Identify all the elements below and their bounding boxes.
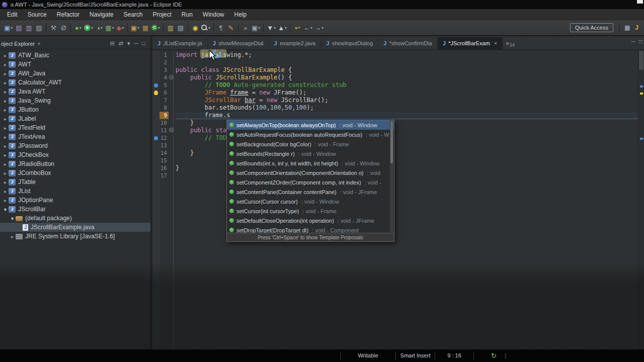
debug-button[interactable]: ●▾ [73,22,83,33]
tree-collapsed-arrow-icon[interactable]: ▸ [2,107,9,113]
tree-collapsed-arrow-icon[interactable]: ▸ [2,71,9,76]
proposal-item-setcontentpane[interactable]: setContentPane(Container contentPane): v… [227,187,394,197]
tree-item-joptionpane[interactable]: ▸JJOptionPane [0,196,150,205]
window-controls-fragment[interactable] [637,0,643,4]
tree-item-jtable[interactable]: ▸JJTable [0,177,150,187]
tree-collapsed-arrow-icon[interactable]: ▸ [2,116,9,122]
proposal-item-setdefaultcloseoperation[interactable]: setDefaultCloseOperation(int operation):… [227,216,394,225]
tree-collapsed-arrow-icon[interactable]: ▸ [2,170,9,176]
show-whitespace-button[interactable]: ¶ [216,22,226,33]
tree-collapsed-arrow-icon[interactable]: ▸ [2,179,9,185]
menu-item-source[interactable]: Source [23,10,52,20]
tree-item-java-awt[interactable]: ▸JJava AWT [0,87,150,96]
tree-item-jcheckbox[interactable]: ▸JJCheckBox [0,150,150,159]
maximize-view-icon[interactable]: □ [639,39,642,44]
collapse-all-icon[interactable]: ⊟ [110,41,115,46]
java-perspective-icon[interactable]: J [635,24,638,31]
code-line-2[interactable] [176,59,638,66]
proposal-item-setbackground[interactable]: setBackground(Color bgColor): void - Fra… [227,139,394,149]
new-wizard-button[interactable]: ▣▾ [3,22,14,33]
tab-showconfirmdia[interactable]: J*showConfirmDia [378,37,438,49]
prev-annotation-button[interactable]: ▲▾ [277,22,288,33]
annotations-button[interactable]: ▣▾ [251,22,261,33]
tab-showinputdialog[interactable]: JshowInputDialog [321,37,378,49]
proposal-item-setalwaysontop[interactable]: setAlwaysOnTop(boolean alwaysOnTop): voi… [227,120,394,130]
coverage-button[interactable]: ▦▾ [104,22,115,33]
skip-breakpoints-button[interactable]: Ø [58,22,68,33]
maximize-icon[interactable]: □ [142,41,145,46]
tree-item-java-swing[interactable]: ▸JJava_Swing [0,96,150,105]
refresh-icon[interactable]: ↻ [491,352,497,359]
tree-collapsed-arrow-icon[interactable]: ▸ [2,198,9,203]
back-button[interactable]: ←▾ [302,22,313,33]
tree-item-jre-system-library-javase-1-6[interactable]: ▸JRE System Library [JavaSE-1.6] [0,232,150,241]
format-button[interactable]: ✎ [226,22,236,33]
tree-collapsed-arrow-icon[interactable]: ▸ [2,98,9,104]
quick-access-button[interactable]: Quick Access [570,23,613,32]
javadoc-button[interactable]: ▤ [176,22,186,33]
menu-item-run[interactable]: Run [177,10,198,20]
tree-item-jpassword[interactable]: ▸JJPassword [0,141,150,150]
link-with-editor-icon[interactable]: ⇄ [119,41,123,46]
menu-item-search[interactable]: Search [118,10,147,20]
code-line-9[interactable]: frame.s [176,112,638,119]
close-icon[interactable]: × [37,41,40,47]
open-type-button[interactable]: ◉ [190,22,200,33]
tree-collapsed-arrow-icon[interactable]: ▸ [2,134,9,140]
tree-item-jtextfield[interactable]: ▸JJTextField [0,123,150,132]
code-line-3[interactable]: public class JScrollBarExample { [176,66,638,74]
tab-jscrollbarexam[interactable]: J*JScrollBarExam× [438,37,503,49]
tree-collapsed-arrow-icon[interactable]: ▸ [2,53,9,58]
tree-item-jradiobutton[interactable]: ▸JJRadioButton [0,159,150,168]
run-button[interactable]: ▾ [83,22,94,33]
popup-scrollbar[interactable] [390,121,393,232]
tree-collapsed-arrow-icon[interactable]: ▸ [2,80,9,85]
code-line-8[interactable]: bar.setBounds(100,100,50,100); [176,104,638,112]
minimize-icon[interactable]: ─ [134,41,138,46]
tree-collapsed-arrow-icon[interactable]: ▸ [2,189,9,194]
proposal-item-setcursor[interactable]: setCursor(Cursor cursor): void - Window [227,197,394,206]
tree-item-jscrollbarexample-java[interactable]: JJScrollBarExample.java [0,223,150,232]
tab-showmessagedial[interactable]: JshowMessageDial [208,37,269,49]
fold-collapse-icon[interactable] [169,128,174,132]
external-tools-button[interactable]: ◆▾ [115,22,125,33]
tree-item-awt-java[interactable]: ▸JAWt_Java [0,69,150,78]
menu-item-edit[interactable]: Edit [2,10,23,20]
proposal-item-setcomponentorientation[interactable]: setComponentOrientation(ComponentOrienta… [227,168,394,177]
overview-task-mark[interactable] [640,138,643,140]
proposal-item-setautorequestfocus[interactable]: setAutoRequestFocus(boolean autoRequestF… [227,130,394,139]
tree-collapsed-arrow-icon[interactable]: ▸ [9,234,16,239]
code-line-6[interactable]: JFrame frame = new JFrame(); [176,89,638,97]
new-class-button[interactable]: C▾ [150,22,161,33]
fold-collapse-icon[interactable] [169,75,174,79]
code-line-1[interactable]: import javax.swing.*; [176,51,638,59]
tree-collapsed-arrow-icon[interactable]: ▸ [2,161,9,167]
popup-scrollbar-thumb[interactable] [390,121,393,163]
overview-task-mark[interactable] [640,85,643,87]
open-perspective-icon[interactable]: ▦ [624,24,630,31]
jar-export-button[interactable]: ▥ [166,22,176,33]
next-annotation-button[interactable]: ▼▾ [266,22,277,33]
tree-collapsed-arrow-icon[interactable]: ▸ [2,125,9,131]
print-button[interactable]: ▨ [34,22,44,33]
save-all-button[interactable]: ▥ [24,22,34,33]
tree-item-atw-basic[interactable]: ▸JATW_Basic [0,51,150,60]
tree-item-awt[interactable]: ▸JAWT [0,60,150,69]
tab-example2-java[interactable]: Jexample2.java [269,37,321,49]
new-java-project-button[interactable]: ▣▾ [130,22,140,33]
tab-overflow-button[interactable]: » 14 [503,37,518,49]
proposal-item-setbounds[interactable]: setBounds(Rectangle r): void - Window [227,149,394,158]
overview-warning-mark[interactable] [640,93,643,95]
tree-expanded-arrow-icon[interactable]: ▾ [9,216,16,221]
search-button[interactable]: ▾ [200,22,211,33]
menu-item-navigate[interactable]: Navigate [85,10,118,20]
proposal-item-setdroptarget[interactable]: setDropTarget(DropTarget dt): void - Com… [227,225,394,233]
tab-jlistexample-ja[interactable]: JJListExample.ja [152,37,208,49]
menu-item-refactor[interactable]: Refactor [52,10,85,20]
tree-collapsed-arrow-icon[interactable]: ▸ [2,89,9,95]
tree-item-jcombobox[interactable]: ▸JJComboBox [0,168,150,177]
tree-item-default-package[interactable]: ▾(default package) [0,214,150,223]
save-button[interactable]: ▤ [14,22,24,33]
profile-button[interactable]: ◑▾ [94,22,104,33]
proposal-item-setcursor[interactable]: setCursor(int cursorType): void - Frame [227,206,394,216]
